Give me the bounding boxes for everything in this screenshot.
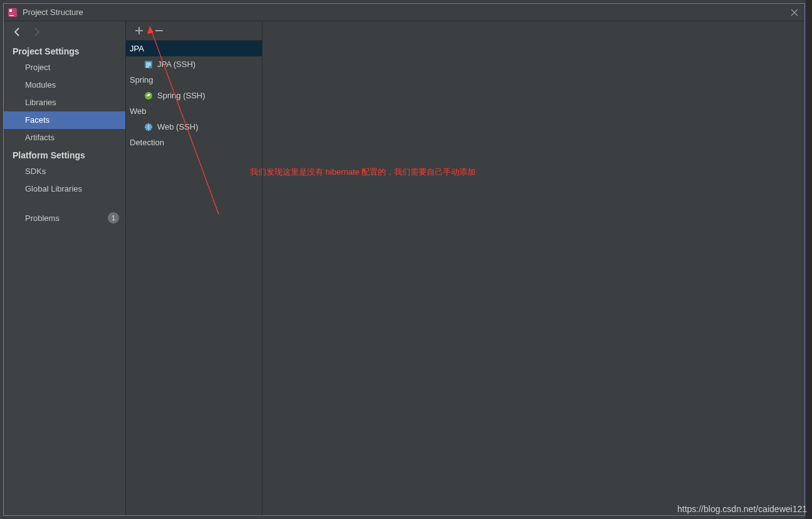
close-button[interactable]	[788, 6, 801, 19]
back-icon[interactable]	[13, 27, 23, 37]
facet-detail-panel: 我们发现这里是没有 hibernate 配置的，我们需要自己手动添加	[263, 21, 804, 515]
web-icon	[143, 122, 154, 132]
nav-modules[interactable]: Modules	[4, 76, 125, 94]
nav-project[interactable]: Project	[4, 59, 125, 76]
background-editor-strip	[806, 0, 812, 519]
nav-libraries[interactable]: Libraries	[4, 94, 125, 111]
tree-item-label: Web (SSH)	[157, 122, 199, 131]
tree-detection-label: Detection	[130, 138, 164, 147]
tree-item-label: Spring (SSH)	[157, 91, 206, 100]
tree-group-spring[interactable]: Spring	[126, 72, 262, 88]
jpa-icon	[143, 59, 154, 69]
tree-item-web-ssh[interactable]: Web (SSH)	[126, 119, 262, 135]
facets-tree: JPA JPA (SSH) Spring Spring (SSH)	[126, 41, 262, 150]
tree-group-jpa[interactable]: JPA	[126, 41, 262, 56]
window-title: Project Structure	[23, 8, 83, 17]
tree-item-label: JPA (SSH)	[157, 59, 195, 69]
nav-facets[interactable]: Facets	[4, 111, 125, 129]
nav-sdks[interactable]: SDKs	[4, 163, 125, 180]
app-icon	[8, 8, 18, 18]
section-platform-settings: Platform Settings	[4, 146, 125, 163]
nav-problems[interactable]: Problems 1	[4, 209, 125, 227]
svg-rect-5	[146, 64, 151, 66]
nav-global-libraries[interactable]: Global Libraries	[4, 180, 125, 198]
spring-icon	[143, 91, 154, 101]
project-structure-dialog: Project Structure Project Settings Proje…	[3, 3, 805, 516]
section-project-settings: Project Settings	[4, 43, 125, 59]
tree-item-jpa-ssh[interactable]: JPA (SSH)	[126, 56, 262, 72]
nav-history	[4, 21, 125, 43]
annotation-text: 我们发现这里是没有 hibernate 配置的，我们需要自己手动添加	[250, 167, 476, 178]
svg-rect-4	[146, 63, 151, 64]
tree-group-label: Web	[130, 106, 147, 116]
problems-label: Problems	[25, 213, 60, 223]
dialog-body: Project Settings Project Modules Librari…	[4, 21, 804, 515]
titlebar: Project Structure	[4, 4, 804, 21]
problems-count-badge: 1	[108, 212, 119, 224]
svg-rect-2	[9, 15, 14, 16]
sidebar: Project Settings Project Modules Librari…	[4, 21, 126, 515]
svg-rect-1	[9, 9, 12, 12]
tree-group-label: Spring	[130, 75, 154, 85]
nav-artifacts[interactable]: Artifacts	[4, 129, 125, 146]
tree-detection[interactable]: Detection	[126, 135, 262, 150]
tree-group-label: JPA	[130, 44, 144, 53]
facets-toolbar	[126, 21, 262, 41]
facets-list-panel: JPA JPA (SSH) Spring Spring (SSH)	[126, 21, 263, 515]
tree-item-spring-ssh[interactable]: Spring (SSH)	[126, 88, 262, 103]
tree-group-web[interactable]: Web	[126, 103, 262, 119]
forward-icon	[31, 27, 41, 37]
svg-rect-6	[146, 66, 149, 68]
remove-facet-button[interactable]	[154, 25, 165, 36]
add-facet-button[interactable]	[133, 25, 145, 36]
